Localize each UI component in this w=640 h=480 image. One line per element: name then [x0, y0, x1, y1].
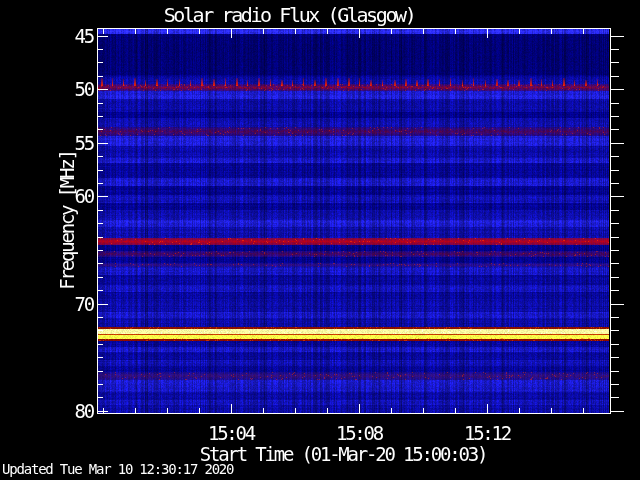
updated-timestamp: Updated Tue Mar 10 12:30:17 2020 — [2, 461, 233, 477]
y-tick-label: 55 — [51, 134, 93, 153]
x-tick-label: 15:08 — [327, 424, 391, 443]
chart-title: Solar radio Flux (Glasgow) — [0, 3, 578, 27]
y-tick-label: 50 — [51, 80, 93, 99]
solar-radio-flux-window: Solar radio Flux (Glasgow) Frequency [MH… — [0, 0, 640, 480]
x-tick-label: 15:04 — [199, 424, 263, 443]
y-tick-label: 80 — [51, 402, 93, 421]
y-axis-label: Frequency [MHz] — [56, 151, 75, 291]
x-tick-label: 15:12 — [455, 424, 519, 443]
y-tick-label: 45 — [51, 27, 93, 46]
y-tick-label: 60 — [51, 187, 93, 206]
spectrogram-canvas — [0, 0, 640, 480]
y-tick-label: 70 — [51, 295, 93, 314]
